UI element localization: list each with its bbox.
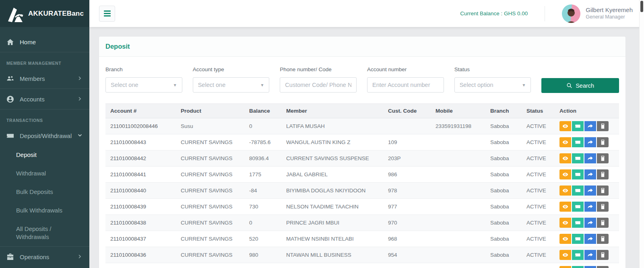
cell-member: BIYIMIBA DOGLAS NKIYIDOON	[282, 183, 384, 199]
statement-button[interactable]	[597, 234, 609, 244]
cell-branch: Saboba	[486, 247, 522, 263]
statement-button[interactable]	[597, 153, 609, 163]
sidebar-item-members[interactable]: Members	[0, 68, 89, 89]
transfer-button[interactable]	[584, 169, 596, 179]
transfer-button[interactable]	[584, 234, 596, 244]
table-body: 2110011002008446Susu0LATIFA MUSAH2335919…	[105, 118, 619, 268]
sidebar-item-home[interactable]: Home	[0, 32, 89, 52]
view-button[interactable]	[559, 250, 571, 260]
cell-status: ACTIVE	[522, 247, 555, 263]
branch-select[interactable]: Select one▼	[105, 77, 182, 93]
cell-action	[555, 263, 619, 268]
cell-member: WANGUL AUSTIN KING Z	[282, 134, 384, 150]
view-button[interactable]	[559, 202, 571, 212]
transfer-button[interactable]	[584, 153, 596, 163]
status-select[interactable]: Select option▼	[454, 77, 531, 93]
scrollbar-thumb[interactable]	[640, 1, 643, 12]
sidebar-item-deposit-withdrawal[interactable]: Deposit/Withdrawal	[0, 126, 89, 146]
passbook-icon	[600, 171, 606, 177]
select-value: Select option	[460, 82, 520, 88]
sidebar-subitem-label: Deposit	[16, 151, 80, 159]
transfer-button[interactable]	[584, 137, 596, 147]
cell-action	[555, 215, 619, 231]
cell-member: JABAL GABRIEL	[282, 167, 384, 183]
cell-branch: Saboba	[486, 231, 522, 247]
view-button[interactable]	[559, 266, 571, 268]
view-button[interactable]	[559, 218, 571, 228]
cell-member: CURRENT SAVINGS SUSPENSE	[282, 150, 384, 167]
cell-account: 2110011002008446	[105, 118, 177, 134]
statement-button[interactable]	[597, 186, 609, 196]
cell-mobile	[431, 247, 486, 263]
statement-button[interactable]	[597, 250, 609, 260]
cell-status: ACTIVE	[522, 167, 555, 183]
view-button[interactable]	[559, 186, 571, 196]
row-action-group	[559, 121, 615, 131]
cell-balance: 730	[245, 199, 282, 215]
statement-button[interactable]	[597, 121, 609, 131]
account-type-select[interactable]: Select one▼	[193, 77, 270, 93]
search-button[interactable]: Search	[541, 78, 619, 93]
statement-button[interactable]	[597, 137, 609, 147]
transfer-button[interactable]	[584, 266, 596, 268]
cell-account: 211010008443	[105, 134, 177, 150]
cell-mobile: 233591931198	[431, 118, 486, 134]
deposit-button[interactable]	[572, 266, 584, 268]
sidebar-subitem-bulk-deposits[interactable]: Bulk Deposits	[0, 183, 89, 201]
card-body: BranchSelect one▼Account typeSelect one▼…	[99, 57, 625, 268]
sidebar-subitem-all-deposits-withdrawals[interactable]: All Deposits / Withdrawals	[0, 220, 89, 246]
cell-mobile	[431, 183, 486, 199]
view-button[interactable]	[559, 137, 571, 147]
view-button[interactable]	[559, 169, 571, 179]
sidebar-subitem-withdrawal[interactable]: Withdrawal	[0, 164, 89, 183]
deposit-button[interactable]	[572, 218, 584, 228]
table-row: 211010008443CURRENT SAVINGS-78785.6WANGU…	[105, 134, 619, 150]
deposit-button[interactable]	[572, 186, 584, 196]
user-avatar[interactable]	[562, 4, 580, 23]
share-arrow-icon	[587, 188, 593, 194]
cell-status: ACTIVE	[522, 231, 555, 247]
share-arrow-icon	[587, 123, 593, 129]
cell-balance: 80936.4	[245, 150, 282, 167]
eye-icon	[562, 155, 568, 161]
deposit-button[interactable]	[572, 153, 584, 163]
transfer-button[interactable]	[584, 218, 596, 228]
money-transfer-icon	[575, 220, 581, 226]
deposit-button[interactable]	[572, 234, 584, 244]
view-button[interactable]	[559, 121, 571, 131]
statement-button[interactable]	[597, 266, 609, 268]
sidebar-item-accounts[interactable]: Accounts	[0, 89, 89, 109]
table-row: 211010008442CURRENT SAVINGS80936.4CURREN…	[105, 150, 619, 167]
deposit-button[interactable]	[572, 169, 584, 179]
sidebar-item-operations[interactable]: Operations	[0, 247, 89, 267]
sidebar-toggle-button[interactable]	[99, 6, 115, 22]
cell-account: 211010008439	[105, 199, 177, 215]
sidebar-nav: HomeMEMBER MANAGEMENTMembersAccountsTRAN…	[0, 27, 89, 267]
deposit-button[interactable]	[572, 250, 584, 260]
statement-button[interactable]	[597, 218, 609, 228]
deposit-button[interactable]	[572, 137, 584, 147]
cell-account: 211010008441	[105, 167, 177, 183]
statement-button[interactable]	[597, 169, 609, 179]
view-button[interactable]	[559, 234, 571, 244]
deposit-button[interactable]	[572, 202, 584, 212]
deposit-button[interactable]	[572, 121, 584, 131]
statement-button[interactable]	[597, 202, 609, 212]
table-row: 211010008435CURRENT SAVINGS-570DESMOND M…	[105, 263, 619, 268]
transfer-button[interactable]	[584, 121, 596, 131]
sidebar-subitem-bulk-withdrawals[interactable]: Bulk Withdrawals	[0, 201, 89, 220]
row-action-group	[559, 169, 615, 179]
cell-action	[555, 247, 619, 263]
sidebar-section-member-management: MEMBER MANAGEMENT	[0, 52, 89, 68]
view-button[interactable]	[559, 153, 571, 163]
share-arrow-icon	[587, 204, 593, 210]
sidebar-subitem-deposit[interactable]: Deposit	[0, 146, 89, 164]
transfer-button[interactable]	[584, 186, 596, 196]
account-number-input[interactable]	[372, 82, 439, 88]
phone-number-code-input[interactable]	[285, 82, 351, 88]
transfer-button[interactable]	[584, 202, 596, 212]
transfer-button[interactable]	[584, 250, 596, 260]
operations-icon	[6, 253, 14, 261]
cell-status: ACTIVE	[522, 199, 555, 215]
money-transfer-icon	[575, 171, 581, 177]
